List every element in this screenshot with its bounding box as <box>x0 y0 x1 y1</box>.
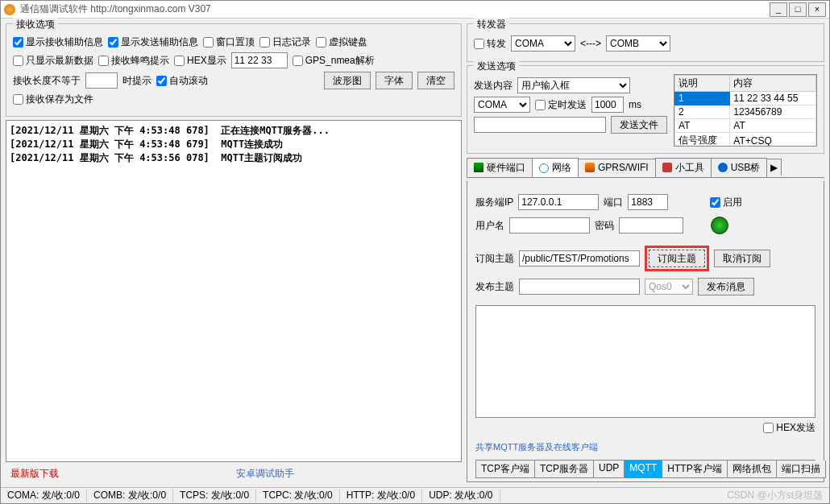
send-content-label: 发送内容 <box>474 79 513 93</box>
username-input[interactable] <box>509 217 590 233</box>
subscribe-button[interactable]: 订阅主题 <box>649 250 705 267</box>
auto-scroll-checkbox[interactable]: 自动滚动 <box>156 74 208 88</box>
gps-checkbox[interactable]: GPS_nmea解析 <box>293 54 375 68</box>
forward-arrow-label: <---> <box>580 38 601 49</box>
network-icon <box>539 163 549 173</box>
tab-network[interactable]: 网络 <box>532 158 579 178</box>
preset-table[interactable]: 说明内容 111 22 33 44 55 2123456789 ATAT 信号强… <box>674 74 817 147</box>
save-file-checkbox[interactable]: 接收保存为文件 <box>13 93 93 106</box>
send-text-input[interactable] <box>474 117 606 133</box>
send-options-group: 发送选项 发送内容 用户输入框 COMA 定时发送 ms 发送文件 <box>467 65 824 154</box>
password-label: 密码 <box>595 219 614 233</box>
close-button[interactable]: × <box>808 2 826 17</box>
message-textarea[interactable] <box>475 305 815 418</box>
log-record-checkbox[interactable]: 日志记录 <box>259 35 311 49</box>
receive-options-legend: 接收选项 <box>13 18 58 31</box>
publish-button[interactable]: 发布消息 <box>698 278 754 295</box>
recv-len-label: 接收长度不等于 <box>13 74 81 88</box>
app-icon <box>4 4 15 15</box>
status-udp: UDP: 发/收:0/0 <box>422 489 500 502</box>
table-row[interactable]: 信号强度AT+CSQ <box>675 133 816 147</box>
sub-topic-label: 订阅主题 <box>475 252 514 266</box>
recv-len-input[interactable] <box>85 72 118 89</box>
status-bar: COMA: 发/收:0/0 COMB: 发/收:0/0 TCPS: 发/收:0/… <box>1 487 829 503</box>
status-tcpc: TCPC: 发/收:0/0 <box>256 489 340 502</box>
clear-button[interactable]: 清空 <box>417 72 454 89</box>
forward-to-select[interactable]: COMB <box>606 35 670 52</box>
sub-tabbar: TCP客户端 TCP服务器 UDP MQTT HTTP客户端 网络抓包 端口扫描 <box>475 460 815 478</box>
table-row[interactable]: ATAT <box>675 119 816 133</box>
enable-checkbox[interactable]: 启用 <box>710 196 742 209</box>
timed-send-checkbox[interactable]: 定时发送 <box>535 98 587 112</box>
latest-download-link[interactable]: 最新版下载 <box>10 467 59 481</box>
unsubscribe-button[interactable]: 取消订阅 <box>714 250 770 267</box>
subtab-http-client[interactable]: HTTP客户端 <box>662 461 727 478</box>
beep-checkbox[interactable]: 接收蜂鸣提示 <box>98 54 169 68</box>
send-file-button[interactable]: 发送文件 <box>611 116 667 134</box>
forward-from-select[interactable]: COMA <box>511 35 575 52</box>
tab-scroll-right[interactable]: ▶ <box>766 159 782 176</box>
status-indicator-icon <box>711 217 728 234</box>
usb-icon <box>718 163 728 172</box>
tab-tools[interactable]: 小工具 <box>655 158 712 177</box>
pub-topic-label: 发布主题 <box>475 280 514 294</box>
virtual-kb-checkbox[interactable]: 虚拟键盘 <box>316 35 367 49</box>
show-recv-aux-checkbox[interactable]: 显示接收辅助信息 <box>13 35 103 49</box>
status-tcps: TCPS: 发/收:0/0 <box>173 489 256 502</box>
server-ip-label: 服务端IP <box>475 196 513 209</box>
watermark: CSDN @小方st身坦荡 <box>720 489 829 502</box>
tab-usb[interactable]: USB桥 <box>711 158 768 177</box>
send-content-select[interactable]: 用户输入框 <box>517 77 630 93</box>
send-options-legend: 发送选项 <box>474 60 519 73</box>
tab-gprs[interactable]: GPRS/WIFI <box>578 159 656 176</box>
main-tabbar: 硬件端口 网络 GPRS/WIFI 小工具 USB桥 ▶ <box>467 157 824 178</box>
window-title: 通信猫调试软件 http://tongxinmao.com V307 <box>20 2 768 16</box>
tab-hardware[interactable]: 硬件端口 <box>467 158 533 177</box>
hex-display-checkbox[interactable]: HEX显示 <box>174 54 226 68</box>
subtab-udp[interactable]: UDP <box>593 461 625 478</box>
subtab-mqtt[interactable]: MQTT <box>624 461 662 478</box>
ms-label: ms <box>629 99 641 110</box>
wifi-icon <box>585 163 595 172</box>
share-mqtt-link[interactable]: 共享MQTT服务器及在线客户端 <box>475 441 598 453</box>
server-ip-input[interactable] <box>518 194 599 210</box>
minimize-button[interactable]: _ <box>770 2 787 17</box>
port-input[interactable] <box>628 194 668 210</box>
forward-checkbox[interactable]: 转发 <box>474 37 506 51</box>
password-input[interactable] <box>619 217 683 233</box>
time-hint-label: 时提示 <box>122 74 151 88</box>
window-top-checkbox[interactable]: 窗口置顶 <box>203 35 255 49</box>
subtab-tcp-client[interactable]: TCP客户端 <box>475 461 535 478</box>
pub-topic-input[interactable] <box>519 279 640 295</box>
hex-send-checkbox[interactable]: HEX发送 <box>763 421 815 435</box>
app-window: 通信猫调试软件 http://tongxinmao.com V307 _ □ ×… <box>0 0 830 504</box>
table-row[interactable]: 111 22 33 44 55 <box>675 92 816 105</box>
hex-value-input[interactable] <box>231 52 288 68</box>
only-new-checkbox[interactable]: 只显示最新数据 <box>13 54 93 68</box>
username-label: 用户名 <box>475 219 504 233</box>
tools-icon <box>662 163 672 172</box>
font-button[interactable]: 字体 <box>376 72 413 89</box>
status-coma: COMA: 发/收:0/0 <box>1 489 87 502</box>
interval-input[interactable] <box>591 97 624 113</box>
status-http: HTTP: 发/收:0/0 <box>340 489 422 502</box>
maximize-button[interactable]: □ <box>789 2 807 17</box>
status-comb: COMB: 发/收:0/0 <box>87 489 173 502</box>
forwarder-legend: 转发器 <box>474 18 509 31</box>
qos-select[interactable]: Qos0 <box>645 279 693 295</box>
show-send-aux-checkbox[interactable]: 显示发送辅助信息 <box>108 35 198 49</box>
wave-button[interactable]: 波形图 <box>324 72 371 89</box>
table-row[interactable]: 2123456789 <box>675 105 816 119</box>
android-helper-link[interactable]: 安卓调试助手 <box>236 467 294 481</box>
subtab-port-scan[interactable]: 端口扫描 <box>776 461 826 478</box>
sub-topic-input[interactable] <box>519 250 640 266</box>
port-label: 端口 <box>604 196 623 209</box>
receive-options-group: 接收选项 显示接收辅助信息 显示发送辅助信息 窗口置顶 日志记录 虚拟键盘 只显… <box>6 23 462 117</box>
network-tab-content: 服务端IP 端口 启用 用户名 密码 订阅主题 <box>467 181 824 482</box>
subscribe-highlight: 订阅主题 <box>645 246 709 271</box>
subtab-tcp-server[interactable]: TCP服务器 <box>534 461 594 478</box>
log-area[interactable]: [2021/12/11 星期六 下午 4:53:48 678] 正在连接MQTT… <box>6 120 462 462</box>
send-port-select[interactable]: COMA <box>474 97 530 113</box>
subtab-packet-capture[interactable]: 网络抓包 <box>727 461 777 478</box>
bottom-links: 最新版下载 安卓调试助手 <box>6 465 462 482</box>
